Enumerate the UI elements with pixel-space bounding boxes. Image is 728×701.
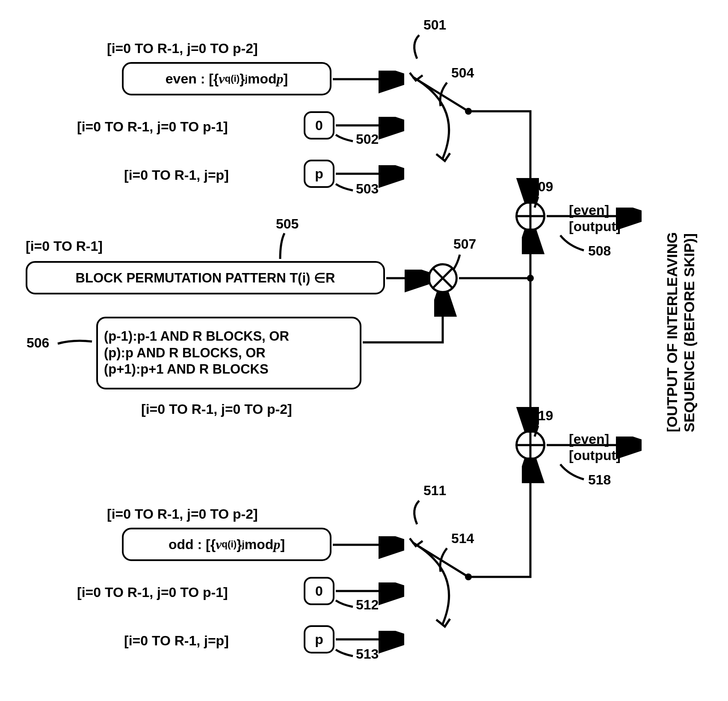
box-506: (p-1):p-1 AND R BLOCKS, OR (p):p AND R B… bbox=[96, 317, 361, 389]
b511-exp: q(i) bbox=[222, 539, 237, 550]
output-output-2: [output] bbox=[569, 447, 621, 463]
b511-mid: } bbox=[237, 537, 242, 552]
b506-l2: (p):p AND R BLOCKS, OR bbox=[104, 345, 289, 362]
box-505: BLOCK PERMUTATION PATTERN T(i) ∈R bbox=[26, 261, 385, 294]
ref-504: 504 bbox=[451, 65, 474, 81]
side-label-line2: SEQUENCE (BEFORE SKIP)] bbox=[681, 233, 698, 432]
range-513: [i=0 TO R-1, j=p] bbox=[124, 633, 229, 649]
b511-suffix: mod bbox=[245, 537, 274, 552]
b501-suffix: mod bbox=[248, 71, 277, 87]
svg-line-3 bbox=[413, 77, 468, 111]
output-519-label: [even] [output] bbox=[569, 431, 621, 464]
b501-mid: } bbox=[240, 71, 245, 87]
ref-505: 505 bbox=[276, 216, 299, 232]
ref-512: 512 bbox=[356, 597, 379, 613]
adder-519 bbox=[515, 430, 545, 460]
output-output: [output] bbox=[569, 218, 621, 235]
ref-501: 501 bbox=[423, 17, 446, 33]
svg-line-13 bbox=[413, 543, 468, 577]
range-502: [i=0 TO R-1, j=0 TO p-1] bbox=[77, 119, 228, 135]
ref-502: 502 bbox=[356, 131, 379, 147]
b511-p: p bbox=[273, 537, 280, 552]
ref-507: 507 bbox=[453, 236, 476, 252]
range-511: [i=0 TO R-1, j=0 TO p-2] bbox=[107, 506, 258, 522]
range-505: [i=0 TO R-1] bbox=[26, 238, 103, 254]
output-even: [even] bbox=[569, 202, 621, 218]
box-503: p bbox=[304, 160, 334, 188]
ref-509: 509 bbox=[530, 179, 553, 195]
range-506: [i=0 TO R-1, j=0 TO p-2] bbox=[141, 401, 292, 417]
b511-prefix: odd : [{ bbox=[169, 537, 216, 552]
b501-prefix: even : [{ bbox=[166, 71, 219, 87]
b501-nu: ν bbox=[219, 71, 225, 87]
ref-503: 503 bbox=[356, 181, 379, 197]
side-label-line1: [OUTPUT OF INTERLEAVING bbox=[664, 232, 681, 432]
box-502: 0 bbox=[304, 111, 334, 140]
b506-l1: (p-1):p-1 AND R BLOCKS, OR bbox=[104, 328, 289, 345]
output-509-label: [even] [output] bbox=[569, 202, 621, 235]
b511-end: ] bbox=[280, 537, 285, 552]
box-512: 0 bbox=[304, 577, 334, 605]
ref-508: 508 bbox=[588, 243, 611, 259]
svg-point-6 bbox=[527, 275, 534, 282]
multiply-507 bbox=[428, 263, 458, 293]
box-501: even : [{ ν q(i) } j mod p ] bbox=[122, 62, 331, 95]
output-even-2: [even] bbox=[569, 431, 621, 447]
box-513: p bbox=[304, 625, 334, 653]
svg-point-4 bbox=[465, 108, 472, 115]
ref-513: 513 bbox=[356, 646, 379, 662]
svg-point-14 bbox=[465, 573, 472, 580]
ref-518: 518 bbox=[588, 472, 611, 488]
ref-506: 506 bbox=[27, 335, 49, 351]
range-501: [i=0 TO R-1, j=0 TO p-2] bbox=[107, 41, 258, 56]
ref-519: 519 bbox=[530, 408, 553, 424]
b501-p: p bbox=[277, 71, 284, 87]
ref-514: 514 bbox=[451, 531, 474, 547]
b511-nu: ν bbox=[216, 537, 222, 552]
b506-l3: (p+1):p+1 AND R BLOCKS bbox=[104, 361, 289, 378]
ref-511: 511 bbox=[423, 483, 446, 499]
b501-exp: q(i) bbox=[225, 73, 240, 84]
range-503: [i=0 TO R-1, j=p] bbox=[124, 167, 229, 183]
box-511: odd : [{ ν q(i) } j mod p ] bbox=[122, 528, 331, 561]
range-512: [i=0 TO R-1, j=0 TO p-1] bbox=[77, 585, 228, 600]
adder-509 bbox=[515, 201, 545, 231]
b501-end: ] bbox=[284, 71, 288, 87]
